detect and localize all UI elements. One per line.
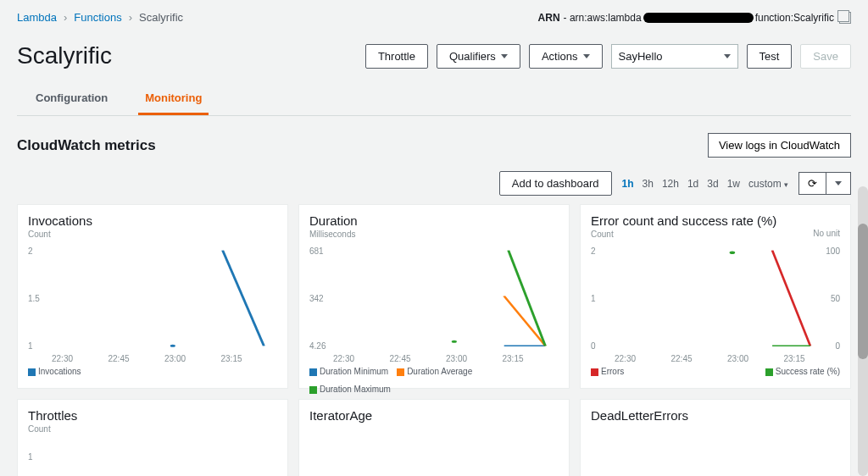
tab-configuration[interactable]: Configuration — [29, 85, 114, 115]
y-tick-right: 50 — [831, 294, 840, 303]
throttle-button[interactable]: Throttle — [365, 44, 428, 69]
caret-down-icon — [583, 54, 590, 58]
alias-selected-label: SayHello — [619, 50, 663, 63]
card-title: DeadLetterErrors — [591, 408, 840, 423]
x-tick: 22:30 — [52, 354, 108, 363]
add-to-dashboard-button[interactable]: Add to dashboard — [499, 171, 612, 196]
x-tick: 22:45 — [390, 354, 447, 363]
chart-invocations — [53, 244, 270, 352]
x-tick: 23:00 — [164, 354, 221, 363]
card-invocations: Invocations Count 2 1.5 1 22:30 22:45 23… — [17, 204, 288, 389]
card-title: Duration — [309, 213, 559, 228]
breadcrumb-current: Scalyrific — [139, 11, 183, 24]
refresh-button[interactable]: ⟳ — [798, 172, 826, 195]
svg-point-2 — [730, 251, 736, 254]
x-axis: 22:30 22:45 23:00 23:15 — [591, 354, 840, 363]
card-duration: Duration Milliseconds 681 342 4.26 22:30 — [298, 204, 570, 389]
time-range-3d[interactable]: 3d — [707, 178, 718, 190]
view-logs-button[interactable]: View logs in CloudWatch — [708, 133, 851, 158]
x-tick: 23:00 — [446, 354, 503, 363]
y-tick: 342 — [309, 294, 324, 303]
refresh-button-group: ⟳ — [798, 172, 851, 195]
y-tick: 2 — [28, 246, 33, 255]
legend-swatch — [397, 368, 404, 376]
scrollbar-thumb[interactable] — [858, 224, 868, 359]
svg-point-1 — [452, 340, 457, 343]
time-range-picker: 1h 3h 12h 1d 3d 1w custom ▾ — [622, 178, 789, 190]
metrics-section-title: CloudWatch metrics — [17, 137, 156, 154]
arn-value-prefix: - arn:aws:lambda — [564, 12, 642, 24]
time-range-1d[interactable]: 1d — [687, 178, 698, 190]
test-button[interactable]: Test — [747, 44, 793, 69]
copy-icon[interactable] — [839, 12, 851, 24]
x-tick: 22:30 — [333, 354, 390, 363]
time-range-3h[interactable]: 3h — [643, 178, 654, 190]
y-tick: 1 — [28, 452, 33, 462]
metrics-grid: Invocations Count 2 1.5 1 22:30 22:45 23… — [17, 204, 851, 476]
x-tick: 23:15 — [784, 354, 841, 363]
x-tick: 23:15 — [503, 354, 559, 363]
actions-label: Actions — [542, 50, 578, 63]
chart-legend: Errors Success rate (%) — [591, 367, 840, 376]
chart-duration — [335, 244, 552, 352]
y-tick: 2 — [591, 246, 596, 255]
legend-swatch — [28, 368, 36, 376]
qualifiers-label: Qualifiers — [449, 50, 496, 63]
y-axis-unit-right: No unit — [813, 229, 840, 238]
chart-legend: Invocations — [28, 367, 277, 376]
card-title: Invocations — [28, 213, 277, 228]
x-tick: 22:45 — [671, 354, 728, 363]
time-range-1h[interactable]: 1h — [622, 178, 634, 190]
arn-redacted-segment — [643, 13, 754, 23]
y-axis-unit: Count — [28, 424, 277, 434]
x-tick: 22:30 — [615, 354, 671, 363]
x-axis: 22:30 22:45 23:00 23:15 — [28, 354, 277, 363]
x-tick: 23:15 — [221, 354, 278, 363]
caret-down-icon — [724, 54, 731, 58]
caret-down-icon: ▾ — [784, 180, 788, 189]
legend-swatch — [765, 368, 773, 376]
actions-dropdown[interactable]: Actions — [529, 44, 603, 69]
page-title: Scalyrific — [17, 42, 112, 69]
chevron-right-icon: › — [64, 11, 67, 24]
svg-point-0 — [170, 345, 175, 347]
y-tick: 681 — [309, 246, 324, 255]
refresh-options-dropdown[interactable] — [826, 172, 851, 195]
time-range-1w[interactable]: 1w — [727, 178, 740, 190]
chart-errors — [616, 244, 816, 352]
chart-legend: Duration Minimum Duration Average Durati… — [309, 367, 559, 394]
card-iterator-age: IteratorAge — [298, 399, 570, 476]
y-tick: 1 — [591, 294, 596, 303]
y-tick-right: 100 — [826, 246, 840, 255]
card-title: Throttles — [28, 408, 277, 423]
breadcrumb-lambda[interactable]: Lambda — [17, 11, 57, 24]
y-tick: 0 — [591, 341, 596, 351]
legend-swatch — [591, 368, 598, 376]
qualifiers-dropdown[interactable]: Qualifiers — [437, 44, 520, 69]
alias-select[interactable]: SayHello — [611, 44, 738, 69]
y-tick: 1.5 — [28, 294, 40, 303]
x-axis: 22:30 22:45 23:00 23:15 — [309, 354, 559, 363]
breadcrumb-functions[interactable]: Functions — [74, 11, 121, 24]
x-tick: 22:45 — [108, 354, 165, 363]
title-actions: Throttle Qualifiers Actions SayHello Tes… — [365, 44, 851, 69]
legend-swatch — [309, 386, 317, 394]
save-button: Save — [800, 44, 851, 69]
card-throttles: Throttles Count 1 — [17, 399, 288, 476]
tab-monitoring[interactable]: Monitoring — [138, 85, 209, 115]
y-axis-unit: Count — [28, 230, 277, 239]
y-tick: 1 — [28, 341, 33, 351]
card-dead-letter-errors: DeadLetterErrors — [580, 399, 851, 476]
y-tick: 4.26 — [309, 341, 326, 351]
time-range-custom[interactable]: custom ▾ — [748, 178, 788, 190]
y-axis-unit-left: Count — [591, 230, 840, 239]
caret-down-icon — [835, 181, 842, 185]
arn-value-suffix: function:Scalyrific — [755, 12, 834, 24]
y-axis-unit: Milliseconds — [309, 230, 559, 239]
card-errors: Error count and success rate (%) Count N… — [580, 204, 851, 389]
caret-down-icon — [501, 54, 508, 58]
refresh-icon: ⟳ — [808, 177, 817, 190]
time-range-12h[interactable]: 12h — [662, 178, 679, 190]
chevron-right-icon: › — [129, 11, 132, 24]
x-tick: 23:00 — [727, 354, 784, 363]
